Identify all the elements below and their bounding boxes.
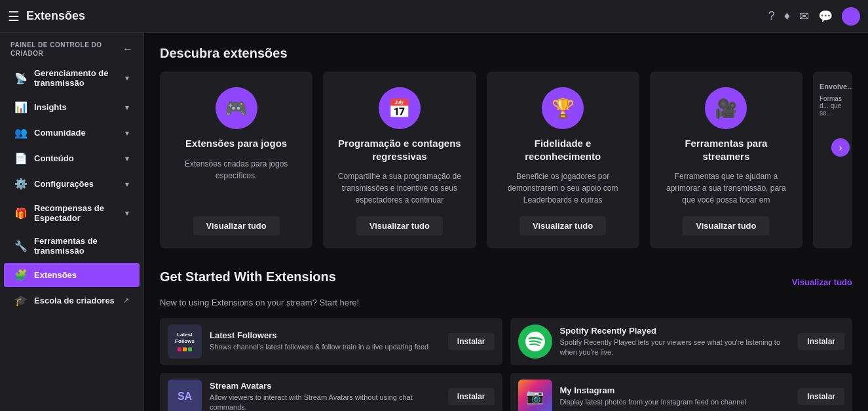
main-content: Descubra extensões 🎮 Extensões para jogo… xyxy=(144,33,868,411)
ext-thumb-spotify xyxy=(518,324,552,359)
ext-thumb-stream-avatars: SA xyxy=(168,380,202,411)
avatar[interactable] xyxy=(842,7,860,26)
ext-name: My Instagram xyxy=(560,385,791,395)
card-title: Fidelidade e reconhecimento xyxy=(497,137,629,163)
discover-cards: 🎮 Extensões para jogos Extensões criadas… xyxy=(160,71,852,248)
card-desc: Extensões criadas para jogos específicos… xyxy=(170,158,302,206)
extension-item-my-instagram: 📷 My Instagram Display latest photos fro… xyxy=(510,373,853,411)
extension-item-latest-followers: LatestFollows Latest Followers Shows cha… xyxy=(160,318,502,365)
next-arrow-button[interactable]: › xyxy=(831,138,850,157)
install-button[interactable]: Instalar xyxy=(448,388,495,405)
card-desc: Ferramentas que te ajudam a aprimorar a … xyxy=(660,170,792,206)
view-all-link[interactable]: Visualizar tudo xyxy=(792,277,852,287)
sidebar-item-label: Conteúdo xyxy=(34,153,74,163)
view-all-button[interactable]: Visualizar tudo xyxy=(683,216,769,235)
sidebar-collapse-button[interactable]: ← xyxy=(123,43,133,55)
view-all-button[interactable]: Visualizar tudo xyxy=(519,216,606,235)
sidebar-item-ferramentas[interactable]: 🔧 Ferramentas de transmissão xyxy=(4,230,140,262)
sidebar-item-comunidade[interactable]: 👥 Comunidade ▾ xyxy=(4,121,140,145)
topbar-right: ? ♦ ✉ 💬 xyxy=(768,7,860,26)
sidebar-item-label: Gerenciamento de transmissão xyxy=(34,68,125,88)
sidebar-header-text: PAINEL DE CONTROLE DO CRIADOR xyxy=(10,41,123,58)
install-button[interactable]: Instalar xyxy=(448,333,495,350)
get-started-title: Get Started With Extensions xyxy=(160,269,336,284)
card-title: Programação e contagens regressivas xyxy=(333,137,465,163)
card-title: Ferramentas para streamers xyxy=(660,137,792,163)
extension-item-stream-avatars: SA Stream Avatars Allow viewers to inter… xyxy=(160,373,502,411)
ext-name: Stream Avatars xyxy=(210,381,440,391)
streamer-tools-card-icon: 🎥 xyxy=(705,87,747,129)
ext-desc: Shows channel's latest followers & follo… xyxy=(210,342,440,352)
discover-section: Descubra extensões 🎮 Extensões para jogo… xyxy=(160,46,852,248)
sidebar-item-label: Configurações xyxy=(34,179,94,189)
chevron-down-icon: ▾ xyxy=(125,73,129,83)
chevron-down-icon: ▾ xyxy=(125,154,129,163)
rewards-icon: 🎁 xyxy=(14,207,28,220)
games-card-icon: 🎮 xyxy=(216,87,257,129)
hamburger-icon[interactable]: ☰ xyxy=(8,9,20,24)
layout: PAINEL DE CONTROLE DO CRIADOR ← 📡 Gerenc… xyxy=(0,33,868,411)
discover-card-ferramentas[interactable]: 🎥 Ferramentas para streamers Ferramentas… xyxy=(650,71,802,248)
settings-icon: ⚙️ xyxy=(14,178,28,190)
sidebar-item-escola[interactable]: 🎓 Escola de criadores ↗ xyxy=(4,288,140,313)
sidebar-header: PAINEL DE CONTROLE DO CRIADOR ← xyxy=(0,33,143,62)
sidebar-item-label: Recompensas de Espectador xyxy=(34,203,125,223)
install-button[interactable]: Instalar xyxy=(798,333,844,350)
mail-icon[interactable]: ✉ xyxy=(799,9,809,24)
install-button[interactable]: Instalar xyxy=(798,388,844,405)
card-desc: Compartilhe a sua programação de transmi… xyxy=(333,170,465,206)
sidebar-item-label: Comunidade xyxy=(34,128,86,138)
broadcast-icon: 📡 xyxy=(14,72,28,85)
ext-thumb-latest-followers: LatestFollows xyxy=(168,324,202,359)
ext-thumb-my-instagram: 📷 xyxy=(518,380,552,411)
sidebar-item-label: Extensões xyxy=(34,270,77,280)
topbar-left: ☰ Extensões xyxy=(8,9,85,24)
sidebar-item-recompensas[interactable]: 🎁 Recompensas de Espectador ▾ xyxy=(4,197,140,229)
sidebar-item-label: Insights xyxy=(34,102,67,112)
get-started-subtitle: New to using Extensions on your stream? … xyxy=(160,298,852,307)
ext-desc: Allow viewers to interact with Stream Av… xyxy=(210,393,440,411)
ext-desc: Spotify Recently Played lets your viewer… xyxy=(560,338,791,358)
discover-card-jogos[interactable]: 🎮 Extensões para jogos Extensões criadas… xyxy=(160,71,312,248)
card-title: Extensões para jogos xyxy=(185,137,287,150)
sidebar-item-configuracoes[interactable]: ⚙️ Configurações ▾ xyxy=(4,172,140,196)
chevron-down-icon: ▾ xyxy=(125,128,129,138)
chat-icon[interactable]: 💬 xyxy=(818,9,833,24)
extension-item-spotify: Spotify Recently Played Spotify Recently… xyxy=(510,318,853,365)
ext-info: Spotify Recently Played Spotify Recently… xyxy=(560,326,791,358)
external-link-icon: ↗ xyxy=(123,296,129,305)
insights-icon: 📊 xyxy=(14,101,28,113)
ext-name: Latest Followers xyxy=(210,330,440,340)
ext-info: Stream Avatars Allow viewers to interact… xyxy=(210,381,440,411)
get-started-header: Get Started With Extensions Visualizar t… xyxy=(160,269,852,295)
chevron-down-icon: ▾ xyxy=(125,180,129,189)
view-all-button[interactable]: Visualizar tudo xyxy=(193,216,280,235)
discover-card-programacao[interactable]: 📅 Programação e contagens regressivas Co… xyxy=(323,71,476,248)
topbar-title: Extensões xyxy=(26,9,85,23)
sidebar-item-label: Ferramentas de transmissão xyxy=(34,236,129,256)
content-icon: 📄 xyxy=(14,152,28,165)
view-all-button[interactable]: Visualizar tudo xyxy=(356,216,443,235)
discover-title: Descubra extensões xyxy=(160,46,852,61)
tools-icon: 🔧 xyxy=(14,240,28,252)
community-icon: 👥 xyxy=(14,127,28,139)
topbar: ☰ Extensões ? ♦ ✉ 💬 xyxy=(0,0,868,33)
sidebar-item-label: Escola de criadores xyxy=(34,296,115,305)
extensions-grid: LatestFollows Latest Followers Shows cha… xyxy=(160,318,852,411)
card-desc: Beneficie os jogadores por demonstrarem … xyxy=(497,170,629,206)
crown-icon[interactable]: ♦ xyxy=(784,9,790,23)
loyalty-card-icon: 🏆 xyxy=(542,87,584,129)
help-icon[interactable]: ? xyxy=(768,9,775,23)
ext-info: Latest Followers Shows channel's latest … xyxy=(210,330,440,352)
sidebar-item-extensoes[interactable]: 🧩 Extensões xyxy=(4,263,140,287)
get-started-section: Get Started With Extensions Visualizar t… xyxy=(160,269,852,411)
chevron-down-icon: ▾ xyxy=(125,103,129,112)
ext-info: My Instagram Display latest photos from … xyxy=(560,385,791,407)
school-icon: 🎓 xyxy=(14,294,28,307)
schedule-card-icon: 📅 xyxy=(379,87,421,129)
discover-card-fidelidade[interactable]: 🏆 Fidelidade e reconhecimento Beneficie … xyxy=(487,71,639,248)
sidebar-item-insights[interactable]: 📊 Insights ▾ xyxy=(4,95,140,119)
sidebar-item-conteudo[interactable]: 📄 Conteúdo ▾ xyxy=(4,146,140,170)
sidebar-item-gerenciamento[interactable]: 📡 Gerenciamento de transmissão ▾ xyxy=(4,62,140,94)
ext-desc: Display latest photos from your Instagra… xyxy=(560,397,791,407)
